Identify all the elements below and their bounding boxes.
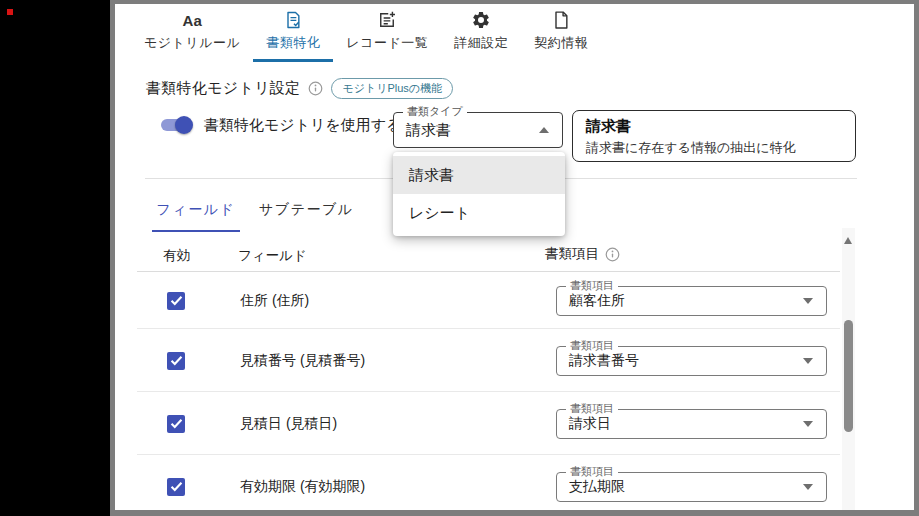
chevron-down-icon bbox=[803, 484, 813, 490]
row-field-name: 見積番号 (見積番号) bbox=[240, 352, 365, 370]
row-field-name: 見積日 (見積日) bbox=[240, 415, 337, 433]
list-add-icon bbox=[377, 10, 397, 30]
column-header-field: フィールド bbox=[238, 247, 307, 265]
scrollbar-thumb[interactable] bbox=[844, 320, 853, 432]
row-field-name: 住所 (住所) bbox=[240, 292, 309, 310]
toggle-label: 書類特化モジトリを使用する bbox=[204, 116, 401, 135]
info-icon[interactable] bbox=[605, 247, 620, 262]
table-row: 見積日 (見積日) 書類項目 請求日 bbox=[115, 392, 914, 455]
text-format-icon: Aa bbox=[183, 10, 202, 30]
doc-type-info-title: 請求書 bbox=[586, 117, 842, 136]
column-header-enabled: 有効 bbox=[163, 247, 190, 265]
tab-label: モジトリルール bbox=[144, 34, 240, 52]
chevron-up-icon bbox=[539, 127, 549, 133]
row-checkbox[interactable] bbox=[167, 352, 185, 370]
tab-label: 契約情報 bbox=[534, 34, 588, 52]
tab-record-list[interactable]: レコード一覧 bbox=[333, 4, 441, 62]
row-checkbox[interactable] bbox=[167, 292, 185, 310]
chevron-down-icon bbox=[803, 421, 813, 427]
doc-item-select[interactable]: 書類項目 請求書番号 bbox=[556, 346, 827, 376]
row-field-name: 有効期限 (有効期限) bbox=[240, 478, 365, 496]
document-icon bbox=[551, 10, 571, 30]
plus-feature-badge: モジトリPlusの機能 bbox=[331, 78, 453, 99]
doc-type-select[interactable]: 書類タイプ 請求書 bbox=[393, 112, 563, 148]
doc-item-select[interactable]: 書類項目 請求日 bbox=[556, 409, 827, 439]
doc-item-select-value: 顧客住所 bbox=[569, 292, 625, 310]
tab-contract-info[interactable]: 契約情報 bbox=[521, 4, 601, 62]
subtab-subtable[interactable]: サブテーブル bbox=[253, 201, 360, 232]
table-row: 見積番号 (見積番号) 書類項目 請求書番号 bbox=[115, 329, 914, 392]
app-window: { "window": { "red_dot_color": "#d81414"… bbox=[0, 0, 919, 516]
row-checkbox[interactable] bbox=[167, 478, 185, 496]
doc-item-select-value: 支払期限 bbox=[569, 478, 625, 496]
doc-item-select[interactable]: 書類項目 支払期限 bbox=[556, 472, 827, 502]
toggle-knob bbox=[175, 116, 193, 134]
menu-item-receipt[interactable]: レシート bbox=[393, 194, 565, 232]
table-row: 有効期限 (有効期限) 書類項目 支払期限 bbox=[115, 455, 914, 510]
section-heading-row: 書類特化モジトリ設定 モジトリPlusの機能 bbox=[146, 78, 453, 99]
chevron-down-icon bbox=[803, 358, 813, 364]
column-header-doc-item-label: 書類項目 bbox=[545, 245, 599, 263]
doc-item-select-label: 書類項目 bbox=[566, 403, 618, 414]
use-mojitori-toggle[interactable] bbox=[159, 115, 193, 135]
doc-type-menu: 請求書 レシート bbox=[393, 152, 565, 236]
tab-label: 書類特化 bbox=[266, 34, 320, 52]
doc-type-info-description: 請求書に存在する情報の抽出に特化 bbox=[586, 139, 842, 157]
doc-type-select-value: 請求書 bbox=[406, 121, 451, 140]
document-check-icon bbox=[283, 10, 303, 30]
use-mojitori-row: 書類特化モジトリを使用する bbox=[159, 115, 401, 135]
tab-mojitori-rule[interactable]: Aa モジトリルール bbox=[131, 4, 253, 62]
tab-label: 詳細設定 bbox=[454, 34, 508, 52]
window-frame: Aa モジトリルール 書類特化 レコード一覧 詳細設定 契約情報 bbox=[110, 0, 919, 516]
doc-type-select-label: 書類タイプ bbox=[403, 106, 467, 117]
tab-label: レコード一覧 bbox=[346, 34, 428, 52]
row-checkbox[interactable] bbox=[167, 415, 185, 433]
doc-item-select-value: 請求日 bbox=[569, 415, 611, 433]
section-title: 書類特化モジトリ設定 bbox=[146, 79, 300, 98]
doc-item-select-label: 書類項目 bbox=[566, 340, 618, 351]
column-header-doc-item: 書類項目 bbox=[545, 245, 620, 263]
scrollbar-up-arrow-icon[interactable] bbox=[844, 237, 852, 244]
recording-dot bbox=[7, 9, 13, 15]
doc-item-select-value: 請求書番号 bbox=[569, 352, 639, 370]
doc-item-select-label: 書類項目 bbox=[566, 280, 618, 291]
field-table: 住所 (住所) 書類項目 顧客住所 見積番号 (見積番号) 書類項目 請求書番号 bbox=[115, 272, 914, 510]
top-tabbar: Aa モジトリルール 書類特化 レコード一覧 詳細設定 契約情報 bbox=[131, 4, 601, 62]
tab-document-specialized[interactable]: 書類特化 bbox=[253, 4, 333, 62]
gear-icon bbox=[471, 10, 491, 30]
doc-item-select[interactable]: 書類項目 顧客住所 bbox=[556, 286, 827, 316]
info-icon[interactable] bbox=[308, 81, 323, 96]
tab-advanced-settings[interactable]: 詳細設定 bbox=[441, 4, 521, 62]
doc-type-info-box: 請求書 請求書に存在する情報の抽出に特化 bbox=[572, 110, 856, 162]
sub-tabbar: フィールド サブテーブル bbox=[152, 201, 360, 232]
doc-item-select-label: 書類項目 bbox=[566, 466, 618, 477]
subtab-fields[interactable]: フィールド bbox=[152, 201, 240, 232]
settings-panel: Aa モジトリルール 書類特化 レコード一覧 詳細設定 契約情報 bbox=[115, 4, 914, 510]
table-row: 住所 (住所) 書類項目 顧客住所 bbox=[115, 272, 914, 329]
menu-item-invoice[interactable]: 請求書 bbox=[393, 156, 565, 194]
chevron-down-icon bbox=[803, 298, 813, 304]
